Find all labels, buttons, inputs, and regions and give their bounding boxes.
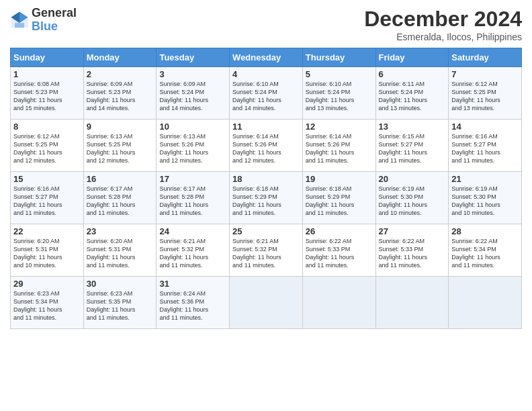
header: General Blue December 2024 Esmeralda, Il… [10,7,522,42]
day-info: Sunrise: 6:09 AMSunset: 5:23 PMDaylight:… [87,80,154,113]
logo-blue: Blue [32,20,77,34]
day-number: 15 [13,174,81,184]
day-cell: 13Sunrise: 6:15 AMSunset: 5:27 PMDayligh… [375,120,449,172]
day-number: 4 [232,69,300,79]
day-info: Sunrise: 6:10 AMSunset: 5:24 PMDaylight:… [306,80,373,113]
day-number: 23 [87,226,154,236]
day-number: 25 [232,226,300,236]
day-cell [302,277,375,329]
week-row-3: 15Sunrise: 6:16 AMSunset: 5:27 PMDayligh… [11,172,522,224]
day-cell: 26Sunrise: 6:22 AMSunset: 5:33 PMDayligh… [302,224,375,277]
header-sunday: Sunday [11,48,84,67]
day-cell [375,277,449,329]
day-info: Sunrise: 6:14 AMSunset: 5:26 PMDaylight:… [306,132,373,165]
day-number: 18 [232,174,300,184]
day-info: Sunrise: 6:15 AMSunset: 5:27 PMDaylight:… [379,132,446,165]
day-info: Sunrise: 6:19 AMSunset: 5:30 PMDaylight:… [451,185,519,218]
day-info: Sunrise: 6:08 AMSunset: 5:23 PMDaylight:… [13,80,81,113]
header-friday: Friday [375,48,449,67]
day-number: 27 [379,226,446,236]
day-cell: 15Sunrise: 6:16 AMSunset: 5:27 PMDayligh… [11,172,84,224]
day-number: 2 [87,69,154,79]
day-cell: 29Sunrise: 6:23 AMSunset: 5:34 PMDayligh… [11,277,84,329]
day-info: Sunrise: 6:20 AMSunset: 5:31 PMDaylight:… [87,237,154,270]
day-cell: 10Sunrise: 6:13 AMSunset: 5:26 PMDayligh… [157,120,230,172]
day-number: 3 [159,69,226,79]
day-cell: 8Sunrise: 6:12 AMSunset: 5:25 PMDaylight… [11,120,84,172]
day-info: Sunrise: 6:17 AMSunset: 5:28 PMDaylight:… [159,185,226,218]
day-info: Sunrise: 6:23 AMSunset: 5:34 PMDaylight:… [13,289,81,322]
day-cell: 28Sunrise: 6:22 AMSunset: 5:34 PMDayligh… [449,224,522,277]
day-cell: 7Sunrise: 6:12 AMSunset: 5:25 PMDaylight… [449,67,522,120]
calendar-table: SundayMondayTuesdayWednesdayThursdayFrid… [10,48,522,329]
day-info: Sunrise: 6:22 AMSunset: 5:33 PMDaylight:… [306,237,373,270]
day-cell: 5Sunrise: 6:10 AMSunset: 5:24 PMDaylight… [302,67,375,120]
day-info: Sunrise: 6:16 AMSunset: 5:27 PMDaylight:… [451,132,519,165]
day-cell: 18Sunrise: 6:18 AMSunset: 5:29 PMDayligh… [230,172,303,224]
day-info: Sunrise: 6:18 AMSunset: 5:29 PMDaylight:… [306,185,373,218]
day-number: 7 [451,69,519,79]
day-info: Sunrise: 6:24 AMSunset: 5:36 PMDaylight:… [159,289,226,322]
header-monday: Monday [83,48,157,67]
day-cell: 12Sunrise: 6:14 AMSunset: 5:26 PMDayligh… [302,120,375,172]
day-info: Sunrise: 6:11 AMSunset: 5:24 PMDaylight:… [379,80,446,113]
logo-text: General Blue [32,7,77,34]
day-info: Sunrise: 6:20 AMSunset: 5:31 PMDaylight:… [13,237,81,270]
day-info: Sunrise: 6:19 AMSunset: 5:30 PMDaylight:… [379,185,446,218]
logo: General Blue [10,7,77,34]
day-info: Sunrise: 6:18 AMSunset: 5:29 PMDaylight:… [232,185,300,218]
day-info: Sunrise: 6:13 AMSunset: 5:26 PMDaylight:… [159,132,226,165]
day-info: Sunrise: 6:17 AMSunset: 5:28 PMDaylight:… [87,185,154,218]
day-number: 19 [306,174,373,184]
day-info: Sunrise: 6:12 AMSunset: 5:25 PMDaylight:… [13,132,81,165]
header-saturday: Saturday [449,48,522,67]
calendar-title: December 2024 [364,7,522,32]
day-info: Sunrise: 6:21 AMSunset: 5:32 PMDaylight:… [159,237,226,270]
day-info: Sunrise: 6:23 AMSunset: 5:35 PMDaylight:… [87,289,154,322]
day-cell: 6Sunrise: 6:11 AMSunset: 5:24 PMDaylight… [375,67,449,120]
day-number: 20 [379,174,446,184]
day-number: 16 [87,174,154,184]
day-number: 22 [13,226,81,236]
week-row-2: 8Sunrise: 6:12 AMSunset: 5:25 PMDaylight… [11,120,522,172]
day-number: 17 [159,174,226,184]
day-number: 1 [13,69,81,79]
week-row-1: 1Sunrise: 6:08 AMSunset: 5:23 PMDaylight… [11,67,522,120]
header-row: SundayMondayTuesdayWednesdayThursdayFrid… [11,48,522,67]
day-cell: 30Sunrise: 6:23 AMSunset: 5:35 PMDayligh… [83,277,157,329]
day-number: 28 [451,226,519,236]
day-number: 26 [306,226,373,236]
header-tuesday: Tuesday [157,48,230,67]
calendar-subtitle: Esmeralda, Ilocos, Philippines [364,32,522,42]
day-cell: 27Sunrise: 6:22 AMSunset: 5:33 PMDayligh… [375,224,449,277]
week-row-4: 22Sunrise: 6:20 AMSunset: 5:31 PMDayligh… [11,224,522,277]
day-cell: 21Sunrise: 6:19 AMSunset: 5:30 PMDayligh… [449,172,522,224]
day-number: 8 [13,122,81,132]
day-number: 11 [232,122,300,132]
day-number: 30 [87,279,154,289]
day-number: 24 [159,226,226,236]
day-info: Sunrise: 6:14 AMSunset: 5:26 PMDaylight:… [232,132,300,165]
day-cell: 4Sunrise: 6:10 AMSunset: 5:24 PMDaylight… [230,67,303,120]
header-thursday: Thursday [302,48,375,67]
day-number: 9 [87,122,154,132]
day-cell: 11Sunrise: 6:14 AMSunset: 5:26 PMDayligh… [230,120,303,172]
calendar-page: General Blue December 2024 Esmeralda, Il… [0,0,532,411]
day-cell: 19Sunrise: 6:18 AMSunset: 5:29 PMDayligh… [302,172,375,224]
day-cell: 24Sunrise: 6:21 AMSunset: 5:32 PMDayligh… [157,224,230,277]
day-info: Sunrise: 6:22 AMSunset: 5:33 PMDaylight:… [379,237,446,270]
header-wednesday: Wednesday [230,48,303,67]
day-cell: 22Sunrise: 6:20 AMSunset: 5:31 PMDayligh… [11,224,84,277]
day-number: 13 [379,122,446,132]
day-cell [230,277,303,329]
day-info: Sunrise: 6:12 AMSunset: 5:25 PMDaylight:… [451,80,519,113]
day-cell: 16Sunrise: 6:17 AMSunset: 5:28 PMDayligh… [83,172,157,224]
day-cell [449,277,522,329]
day-cell: 17Sunrise: 6:17 AMSunset: 5:28 PMDayligh… [157,172,230,224]
day-number: 14 [451,122,519,132]
day-number: 31 [159,279,226,289]
day-cell: 20Sunrise: 6:19 AMSunset: 5:30 PMDayligh… [375,172,449,224]
day-cell: 25Sunrise: 6:21 AMSunset: 5:32 PMDayligh… [230,224,303,277]
day-cell: 3Sunrise: 6:09 AMSunset: 5:24 PMDaylight… [157,67,230,120]
day-info: Sunrise: 6:16 AMSunset: 5:27 PMDaylight:… [13,185,81,218]
